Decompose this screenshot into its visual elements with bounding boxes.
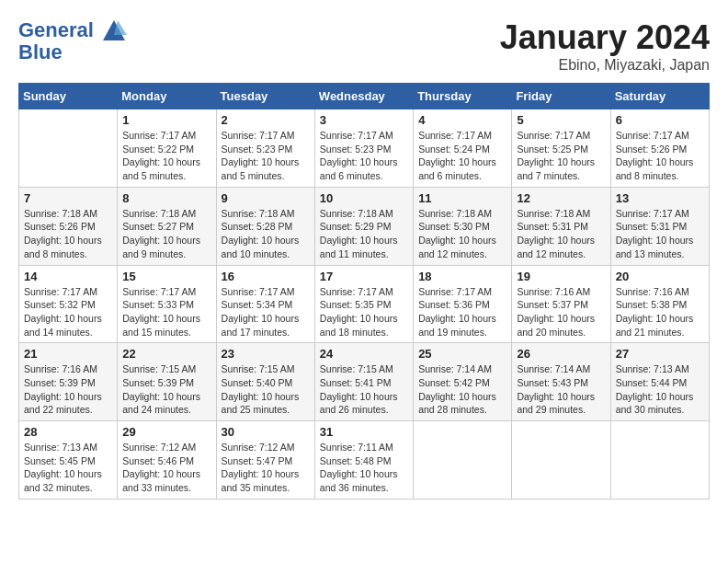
logo-general: General bbox=[18, 18, 94, 41]
day-number: 16 bbox=[222, 270, 310, 283]
calendar-week-row: 7Sunrise: 7:18 AM Sunset: 5:26 PM Daylig… bbox=[19, 187, 710, 265]
day-info: Sunrise: 7:15 AM Sunset: 5:39 PM Dayligh… bbox=[122, 362, 210, 417]
calendar-cell: 13Sunrise: 7:17 AM Sunset: 5:31 PM Dayli… bbox=[610, 187, 709, 265]
calendar-cell: 4Sunrise: 7:17 AM Sunset: 5:24 PM Daylig… bbox=[414, 109, 512, 188]
header-tuesday: Tuesday bbox=[216, 84, 314, 109]
calendar-cell: 21Sunrise: 7:16 AM Sunset: 5:39 PM Dayli… bbox=[19, 343, 118, 421]
day-info: Sunrise: 7:12 AM Sunset: 5:46 PM Dayligh… bbox=[122, 441, 210, 495]
header-thursday: Thursday bbox=[414, 84, 512, 109]
calendar-cell: 2Sunrise: 7:17 AM Sunset: 5:23 PM Daylig… bbox=[216, 109, 314, 188]
day-info: Sunrise: 7:15 AM Sunset: 5:41 PM Dayligh… bbox=[320, 362, 408, 417]
calendar-cell: 18Sunrise: 7:17 AM Sunset: 5:36 PM Dayli… bbox=[414, 265, 512, 343]
day-info: Sunrise: 7:16 AM Sunset: 5:37 PM Dayligh… bbox=[517, 285, 605, 339]
calendar-table: SundayMondayTuesdayWednesdayThursdayFrid… bbox=[18, 83, 710, 500]
calendar-cell: 6Sunrise: 7:17 AM Sunset: 5:26 PM Daylig… bbox=[610, 109, 709, 188]
calendar-cell: 25Sunrise: 7:14 AM Sunset: 5:42 PM Dayli… bbox=[414, 343, 512, 421]
calendar-cell: 15Sunrise: 7:17 AM Sunset: 5:33 PM Dayli… bbox=[118, 265, 216, 343]
day-info: Sunrise: 7:18 AM Sunset: 5:27 PM Dayligh… bbox=[122, 207, 210, 261]
day-info: Sunrise: 7:17 AM Sunset: 5:25 PM Dayligh… bbox=[517, 129, 605, 183]
day-info: Sunrise: 7:16 AM Sunset: 5:38 PM Dayligh… bbox=[616, 285, 704, 339]
day-number: 17 bbox=[320, 270, 408, 283]
day-number: 21 bbox=[24, 347, 112, 361]
day-info: Sunrise: 7:17 AM Sunset: 5:23 PM Dayligh… bbox=[320, 129, 408, 183]
calendar-cell: 12Sunrise: 7:18 AM Sunset: 5:31 PM Dayli… bbox=[512, 187, 610, 265]
calendar-week-row: 14Sunrise: 7:17 AM Sunset: 5:32 PM Dayli… bbox=[19, 265, 710, 343]
day-info: Sunrise: 7:13 AM Sunset: 5:44 PM Dayligh… bbox=[616, 362, 704, 417]
day-number: 5 bbox=[517, 113, 605, 127]
day-number: 14 bbox=[24, 270, 112, 283]
calendar-cell bbox=[19, 109, 118, 188]
calendar-subtitle: Ebino, Miyazaki, Japan bbox=[500, 57, 710, 74]
calendar-cell bbox=[414, 421, 512, 500]
calendar-cell: 1Sunrise: 7:17 AM Sunset: 5:22 PM Daylig… bbox=[118, 109, 216, 188]
day-number: 29 bbox=[122, 425, 210, 439]
day-info: Sunrise: 7:17 AM Sunset: 5:24 PM Dayligh… bbox=[418, 129, 506, 183]
calendar-week-row: 1Sunrise: 7:17 AM Sunset: 5:22 PM Daylig… bbox=[19, 109, 710, 188]
page-header: General Blue January 2024 Ebino, Miyazak… bbox=[18, 18, 710, 74]
calendar-cell: 26Sunrise: 7:14 AM Sunset: 5:43 PM Dayli… bbox=[512, 343, 610, 421]
day-info: Sunrise: 7:18 AM Sunset: 5:28 PM Dayligh… bbox=[222, 207, 310, 261]
day-number: 24 bbox=[320, 347, 408, 361]
header-saturday: Saturday bbox=[610, 84, 709, 109]
day-number: 8 bbox=[122, 191, 210, 205]
day-info: Sunrise: 7:11 AM Sunset: 5:48 PM Dayligh… bbox=[320, 441, 408, 495]
day-info: Sunrise: 7:17 AM Sunset: 5:22 PM Dayligh… bbox=[122, 129, 210, 183]
day-info: Sunrise: 7:12 AM Sunset: 5:47 PM Dayligh… bbox=[222, 441, 310, 495]
day-number: 18 bbox=[418, 270, 506, 283]
day-info: Sunrise: 7:15 AM Sunset: 5:40 PM Dayligh… bbox=[222, 362, 310, 417]
calendar-cell: 9Sunrise: 7:18 AM Sunset: 5:28 PM Daylig… bbox=[216, 187, 314, 265]
day-number: 13 bbox=[616, 191, 704, 205]
calendar-cell: 7Sunrise: 7:18 AM Sunset: 5:26 PM Daylig… bbox=[19, 187, 118, 265]
day-info: Sunrise: 7:14 AM Sunset: 5:43 PM Dayligh… bbox=[517, 362, 605, 417]
svg-marker-1 bbox=[114, 20, 127, 35]
day-info: Sunrise: 7:17 AM Sunset: 5:23 PM Dayligh… bbox=[222, 129, 310, 183]
header-monday: Monday bbox=[118, 84, 216, 109]
calendar-week-row: 21Sunrise: 7:16 AM Sunset: 5:39 PM Dayli… bbox=[19, 343, 710, 421]
calendar-cell: 20Sunrise: 7:16 AM Sunset: 5:38 PM Dayli… bbox=[610, 265, 709, 343]
day-number: 26 bbox=[517, 347, 605, 361]
calendar-cell: 19Sunrise: 7:16 AM Sunset: 5:37 PM Dayli… bbox=[512, 265, 610, 343]
day-info: Sunrise: 7:17 AM Sunset: 5:33 PM Dayligh… bbox=[122, 285, 210, 339]
day-info: Sunrise: 7:17 AM Sunset: 5:36 PM Dayligh… bbox=[418, 285, 506, 339]
day-info: Sunrise: 7:18 AM Sunset: 5:29 PM Dayligh… bbox=[320, 207, 408, 261]
calendar-cell: 5Sunrise: 7:17 AM Sunset: 5:25 PM Daylig… bbox=[512, 109, 610, 188]
day-number: 19 bbox=[517, 270, 605, 283]
calendar-cell: 29Sunrise: 7:12 AM Sunset: 5:46 PM Dayli… bbox=[118, 421, 216, 500]
day-number: 9 bbox=[222, 191, 310, 205]
day-number: 30 bbox=[222, 425, 310, 439]
day-number: 2 bbox=[222, 113, 310, 127]
day-number: 10 bbox=[320, 191, 408, 205]
day-number: 12 bbox=[517, 191, 605, 205]
calendar-cell: 8Sunrise: 7:18 AM Sunset: 5:27 PM Daylig… bbox=[118, 187, 216, 265]
day-number: 23 bbox=[222, 347, 310, 361]
logo: General Blue bbox=[18, 18, 129, 64]
day-number: 28 bbox=[24, 425, 112, 439]
day-number: 25 bbox=[418, 347, 506, 361]
calendar-cell: 22Sunrise: 7:15 AM Sunset: 5:39 PM Dayli… bbox=[118, 343, 216, 421]
calendar-cell: 30Sunrise: 7:12 AM Sunset: 5:47 PM Dayli… bbox=[216, 421, 314, 500]
day-info: Sunrise: 7:18 AM Sunset: 5:31 PM Dayligh… bbox=[517, 207, 605, 261]
calendar-cell: 28Sunrise: 7:13 AM Sunset: 5:45 PM Dayli… bbox=[19, 421, 118, 500]
day-info: Sunrise: 7:18 AM Sunset: 5:30 PM Dayligh… bbox=[418, 207, 506, 261]
day-number: 3 bbox=[320, 113, 408, 127]
day-info: Sunrise: 7:17 AM Sunset: 5:35 PM Dayligh… bbox=[320, 285, 408, 339]
calendar-cell: 27Sunrise: 7:13 AM Sunset: 5:44 PM Dayli… bbox=[610, 343, 709, 421]
calendar-cell: 16Sunrise: 7:17 AM Sunset: 5:34 PM Dayli… bbox=[216, 265, 314, 343]
day-info: Sunrise: 7:17 AM Sunset: 5:34 PM Dayligh… bbox=[222, 285, 310, 339]
header-wednesday: Wednesday bbox=[314, 84, 413, 109]
day-info: Sunrise: 7:17 AM Sunset: 5:31 PM Dayligh… bbox=[616, 207, 704, 261]
day-info: Sunrise: 7:13 AM Sunset: 5:45 PM Dayligh… bbox=[24, 441, 112, 495]
calendar-cell: 3Sunrise: 7:17 AM Sunset: 5:23 PM Daylig… bbox=[314, 109, 413, 188]
day-number: 7 bbox=[24, 191, 112, 205]
day-info: Sunrise: 7:14 AM Sunset: 5:42 PM Dayligh… bbox=[418, 362, 506, 417]
calendar-header-row: SundayMondayTuesdayWednesdayThursdayFrid… bbox=[19, 84, 710, 109]
calendar-cell: 31Sunrise: 7:11 AM Sunset: 5:48 PM Dayli… bbox=[314, 421, 413, 500]
calendar-week-row: 28Sunrise: 7:13 AM Sunset: 5:45 PM Dayli… bbox=[19, 421, 710, 500]
day-info: Sunrise: 7:17 AM Sunset: 5:32 PM Dayligh… bbox=[24, 285, 112, 339]
day-number: 1 bbox=[122, 113, 210, 127]
calendar-cell: 17Sunrise: 7:17 AM Sunset: 5:35 PM Dayli… bbox=[314, 265, 413, 343]
day-number: 11 bbox=[418, 191, 506, 205]
calendar-cell: 24Sunrise: 7:15 AM Sunset: 5:41 PM Dayli… bbox=[314, 343, 413, 421]
logo-icon bbox=[101, 18, 127, 44]
calendar-cell: 10Sunrise: 7:18 AM Sunset: 5:29 PM Dayli… bbox=[314, 187, 413, 265]
